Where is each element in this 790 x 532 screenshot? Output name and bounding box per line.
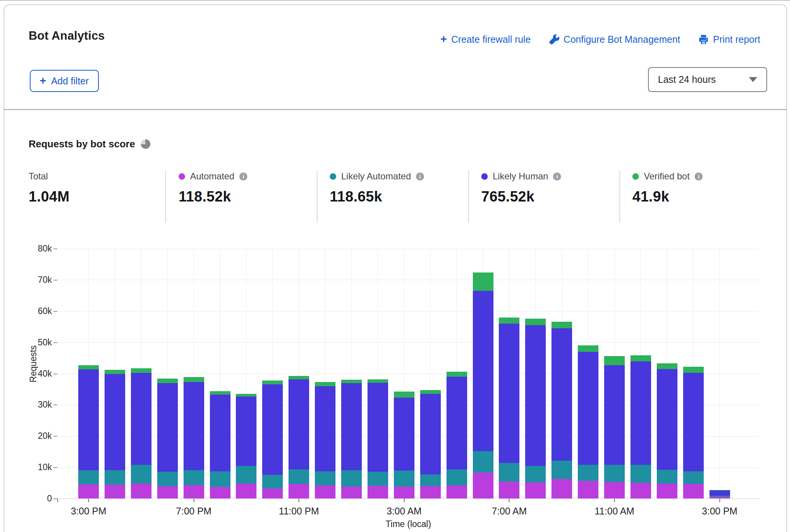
time-range-dropdown[interactable]: Last 24 hours: [648, 67, 767, 92]
configure-bot-management-link[interactable]: Configure Bot Management: [549, 34, 680, 45]
bar-segment-verified-bot: [368, 379, 388, 383]
bar-12-00-am[interactable]: [315, 382, 335, 498]
bar-segment-likely-human: [604, 365, 625, 464]
bar-segment-automated: [105, 485, 125, 498]
x-tick-mark: [719, 499, 720, 502]
x-tick-label: 11:00 AM: [588, 506, 641, 517]
section-divider: [4, 109, 787, 110]
stat-likely-automated-value: 118.65k: [330, 189, 424, 205]
bar-11-00-pm[interactable]: [289, 376, 309, 498]
stat-likely-human-label: Likely Human: [493, 171, 548, 182]
info-icon[interactable]: i: [239, 172, 247, 181]
x-tick-mark: [298, 499, 299, 502]
bar-3-00-pm[interactable]: [78, 365, 99, 498]
plus-icon: +: [440, 33, 447, 45]
bar-3-00-am[interactable]: [394, 392, 414, 498]
bar-segment-likely-automated: [473, 451, 493, 472]
bar-5-00-am[interactable]: [447, 372, 467, 498]
bar-segment-likely-human: [473, 291, 493, 451]
print-report-link[interactable]: Print report: [698, 34, 760, 45]
bar-1-00-am[interactable]: [341, 380, 362, 498]
bar-12-00-pm[interactable]: [630, 355, 651, 498]
bar-segment-likely-automated: [709, 496, 730, 497]
bar-segment-likely-automated: [262, 475, 283, 488]
bar-segment-likely-automated: [368, 472, 388, 486]
bar-2-00-pm[interactable]: [683, 367, 704, 498]
create-firewall-rule-link[interactable]: + Create firewall rule: [440, 34, 531, 45]
x-tick-label: 7:00 PM: [167, 506, 221, 517]
x-tick-label: 11:00 PM: [272, 506, 326, 517]
bar-8-00-pm[interactable]: [210, 391, 231, 498]
info-icon[interactable]: i: [416, 172, 424, 181]
bar-6-00-am[interactable]: [473, 272, 493, 498]
section-title-row: Requests by bot score: [29, 138, 150, 150]
y-tick-mark: [53, 467, 57, 468]
info-icon[interactable]: i: [695, 172, 703, 181]
info-icon[interactable]: i: [553, 172, 561, 181]
bar-10-00-am[interactable]: [578, 345, 598, 498]
bar-segment-likely-human: [289, 379, 309, 469]
bar-segment-automated: [604, 482, 625, 498]
x-tick-mark: [614, 499, 615, 502]
bar-segment-likely-human: [157, 383, 178, 472]
bar-7-00-pm[interactable]: [184, 377, 204, 498]
y-tick-mark: [53, 248, 57, 249]
stat-divider: [317, 171, 318, 222]
add-filter-button[interactable]: + Add filter: [30, 70, 99, 92]
bar-segment-automated: [420, 486, 441, 498]
page-top-divider: [0, 0, 790, 1]
bar-segment-likely-automated: [604, 465, 625, 482]
bar-segment-automated: [184, 485, 204, 498]
horizontal-gridline: [57, 280, 759, 280]
bar-segment-likely-automated: [683, 471, 704, 484]
bar-segment-verified-bot: [630, 355, 651, 361]
bar-segment-likely-human: [315, 386, 335, 471]
x-tick-label: 7:00 AM: [482, 506, 536, 517]
bar-segment-likely-human: [78, 369, 99, 470]
automated-dot-icon: [179, 173, 185, 180]
horizontal-gridline: [57, 311, 759, 311]
stat-divider: [165, 171, 166, 222]
stat-verified-bot-value: 41.9k: [632, 189, 703, 205]
bar-4-00-pm[interactable]: [105, 370, 125, 498]
bar-segment-likely-automated: [131, 465, 152, 484]
bar-segment-verified-bot: [184, 377, 204, 382]
header-actions: + Create firewall rule Configure Bot Man…: [440, 34, 760, 45]
bar-4-00-am[interactable]: [420, 390, 441, 498]
y-tick-label: 80k: [25, 243, 52, 254]
stat-likely-human-value: 765.52k: [481, 189, 561, 205]
bot-analytics-page: Bot Analytics + Create firewall rule Con…: [0, 0, 790, 532]
bar-segment-likely-automated: [420, 474, 441, 486]
bar-5-00-pm[interactable]: [131, 368, 152, 498]
bar-segment-verified-bot: [157, 379, 178, 383]
bar-segment-verified-bot: [683, 367, 704, 373]
bar-2-00-am[interactable]: [368, 379, 388, 498]
bar-10-00-pm[interactable]: [262, 380, 283, 498]
bar-6-00-pm[interactable]: [157, 379, 178, 498]
page-title: Bot Analytics: [29, 29, 105, 43]
bar-segment-verified-bot: [578, 345, 598, 352]
bar-segment-likely-human: [210, 395, 231, 471]
vertical-gridline: [719, 249, 720, 498]
bar-9-00-pm[interactable]: [236, 394, 256, 498]
plus-icon: +: [40, 75, 46, 86]
bar-segment-likely-human: [447, 377, 467, 469]
bar-segment-verified-bot: [105, 370, 125, 374]
bar-1-00-pm[interactable]: [657, 363, 677, 498]
bar-segment-automated: [289, 484, 309, 498]
configure-bot-management-label: Configure Bot Management: [564, 34, 680, 45]
bar-8-00-am[interactable]: [525, 319, 546, 498]
bar-11-00-am[interactable]: [604, 356, 625, 498]
bar-segment-likely-human: [709, 490, 730, 496]
bar-segment-verified-bot: [604, 356, 625, 365]
bar-segment-likely-automated: [157, 472, 178, 486]
bar-9-00-am[interactable]: [551, 322, 572, 498]
bar-3-00-pm[interactable]: [709, 490, 730, 498]
bar-segment-automated: [525, 482, 546, 498]
bar-segment-likely-human: [105, 374, 125, 470]
bar-segment-verified-bot: [131, 368, 152, 373]
y-tick-mark: [53, 436, 57, 437]
bar-segment-verified-bot: [394, 392, 414, 398]
bar-7-00-am[interactable]: [499, 318, 519, 498]
bar-segment-automated: [341, 487, 362, 498]
